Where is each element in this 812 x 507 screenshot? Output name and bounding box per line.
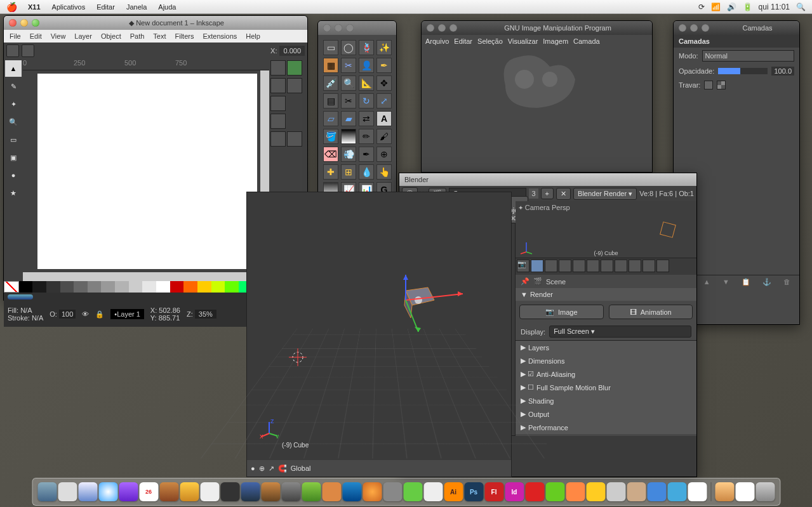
zoom-button[interactable] xyxy=(702,24,709,32)
scale-tool-icon[interactable]: ⤢ xyxy=(376,93,392,109)
manipulator-toggle-icon[interactable]: ↗ xyxy=(269,464,274,473)
zoom-button[interactable] xyxy=(32,19,39,27)
app-dock-icon[interactable] xyxy=(545,482,564,501)
trash-dock-icon[interactable] xyxy=(755,482,775,501)
world-tab-icon[interactable] xyxy=(545,260,557,272)
spotlight-icon[interactable]: 🔍 xyxy=(796,3,806,11)
color-swatch[interactable] xyxy=(225,281,239,293)
menu-edit[interactable]: Edit xyxy=(27,31,45,41)
scene-tab-icon[interactable] xyxy=(531,260,543,272)
modifiers-tab-icon[interactable] xyxy=(587,260,599,272)
render-animation-button[interactable]: 🎞 Animation xyxy=(609,305,693,319)
minimize-button[interactable] xyxy=(690,24,698,32)
app-dock-icon[interactable] xyxy=(647,482,666,501)
circle-tool-icon[interactable]: ● xyxy=(5,167,22,183)
foreground-tool-icon[interactable]: 👤 xyxy=(359,58,374,73)
texture-tab-icon[interactable] xyxy=(629,260,641,272)
menu-text[interactable]: Text xyxy=(150,31,169,41)
minimize-button[interactable] xyxy=(438,24,446,32)
app-dock-icon[interactable] xyxy=(627,482,646,501)
shading-panel-header[interactable]: ▶ Shading xyxy=(516,394,696,407)
align-tool-icon[interactable]: ▤ xyxy=(323,93,338,109)
color-swatch[interactable] xyxy=(197,281,211,293)
doc-icon[interactable] xyxy=(270,60,286,76)
downloads-dock-icon[interactable] xyxy=(715,482,734,501)
star-tool-icon[interactable]: ★ xyxy=(5,185,22,201)
node-tool-icon[interactable]: ✎ xyxy=(5,78,22,95)
blender-dock-icon[interactable] xyxy=(363,482,382,501)
ical-dock-icon[interactable]: 26 xyxy=(139,482,158,501)
brush-tool-icon[interactable]: 🖌 xyxy=(376,129,392,144)
material-tab-icon[interactable] xyxy=(615,260,627,272)
bucket-tool-icon[interactable]: 🪣 xyxy=(323,129,338,144)
menu-layer[interactable]: Layer xyxy=(71,31,95,41)
tweak-tool-icon[interactable]: ✦ xyxy=(5,96,22,112)
app-dock-icon[interactable] xyxy=(586,482,605,501)
visibility-icon[interactable]: 👁 xyxy=(82,310,89,318)
app-dock-icon[interactable] xyxy=(322,482,341,501)
app-dock-icon[interactable] xyxy=(302,482,321,501)
opacity-field[interactable]: 100 xyxy=(59,310,76,319)
flip-tool-icon[interactable]: ⇄ xyxy=(359,111,374,126)
gimp-dock-icon[interactable] xyxy=(261,482,280,501)
perspective-tool-icon[interactable]: ▰ xyxy=(341,111,356,126)
output-panel-header[interactable]: ▶ Output xyxy=(516,407,696,421)
ink-tool-icon[interactable]: ✒ xyxy=(359,147,374,162)
lower-layer-icon[interactable]: ▼ xyxy=(722,278,729,286)
color-swatch[interactable] xyxy=(115,281,129,293)
perspective-clone-icon[interactable]: ⊞ xyxy=(341,164,356,180)
close-button[interactable] xyxy=(679,24,686,32)
airbrush-tool-icon[interactable]: 💨 xyxy=(341,147,356,162)
battery-icon[interactable]: 🔋 xyxy=(743,3,752,11)
save-icon[interactable] xyxy=(270,96,286,111)
menu-item[interactable]: Aplicativos xyxy=(46,3,91,11)
heal-tool-icon[interactable]: ✚ xyxy=(323,164,338,180)
scene-datablock-icon[interactable]: 🎬 xyxy=(533,277,542,286)
undo-icon[interactable] xyxy=(270,131,286,147)
app-dock-icon[interactable] xyxy=(566,482,585,501)
color-swatch[interactable] xyxy=(101,281,115,293)
add-scene-icon[interactable]: + xyxy=(541,188,554,199)
app-dock-icon[interactable] xyxy=(423,482,443,501)
app-menu[interactable]: X11 xyxy=(22,3,46,11)
menu-file[interactable]: File xyxy=(6,31,24,41)
illustrator-dock-icon[interactable]: Ai xyxy=(444,482,463,501)
export-icon[interactable] xyxy=(287,78,302,93)
color-swatch[interactable] xyxy=(129,281,143,293)
redo-icon[interactable] xyxy=(287,131,302,147)
display-dropdown[interactable]: Full Screen ▾ xyxy=(549,326,691,338)
color-swatch[interactable] xyxy=(142,281,156,293)
object-tab-icon[interactable] xyxy=(559,260,571,272)
app-dock-icon[interactable] xyxy=(180,482,199,501)
menu-object[interactable]: Object xyxy=(98,31,124,41)
rect-tool-icon[interactable]: ▭ xyxy=(5,131,22,148)
close-button[interactable] xyxy=(427,24,434,32)
layer-selector[interactable]: •Layer 1 xyxy=(110,309,144,319)
shear-tool-icon[interactable]: ▱ xyxy=(323,111,338,126)
crop-tool-icon[interactable]: ✂ xyxy=(341,93,356,109)
ellipse-select-tool-icon[interactable]: ◯ xyxy=(341,40,356,55)
zoom-field[interactable]: 35% xyxy=(195,310,216,319)
menu-imagem[interactable]: Imagem xyxy=(543,37,568,45)
quicktime-dock-icon[interactable] xyxy=(220,482,239,501)
particles-tab-icon[interactable] xyxy=(642,260,655,272)
indesign-dock-icon[interactable]: Id xyxy=(505,482,524,501)
antialiasing-panel-header[interactable]: ▶ ☑ Anti-Aliasing xyxy=(516,367,696,381)
addressbook-dock-icon[interactable] xyxy=(159,482,178,501)
layers-panel-header[interactable]: ▶ Layers xyxy=(516,341,696,354)
menu-camada[interactable]: Camada xyxy=(573,37,600,45)
duplicate-layer-icon[interactable]: 📋 xyxy=(742,278,750,286)
close-button[interactable] xyxy=(9,19,17,27)
blend-mode-dropdown[interactable]: Normal xyxy=(702,50,794,62)
minimize-button[interactable] xyxy=(20,19,28,27)
smudge-tool-icon[interactable]: 👆 xyxy=(376,164,392,180)
finder-dock-icon[interactable] xyxy=(37,482,57,501)
blur-tool-icon[interactable]: 💧 xyxy=(359,164,374,180)
color-swatch[interactable] xyxy=(46,281,60,293)
import-icon[interactable] xyxy=(270,78,286,93)
move-tool-icon[interactable]: ✥ xyxy=(376,76,392,91)
scrollbar-h[interactable] xyxy=(23,272,269,281)
lock-alpha-checkbox[interactable] xyxy=(717,81,726,89)
documents-dock-icon[interactable] xyxy=(735,482,754,501)
manipulator-icon[interactable] xyxy=(374,275,501,338)
